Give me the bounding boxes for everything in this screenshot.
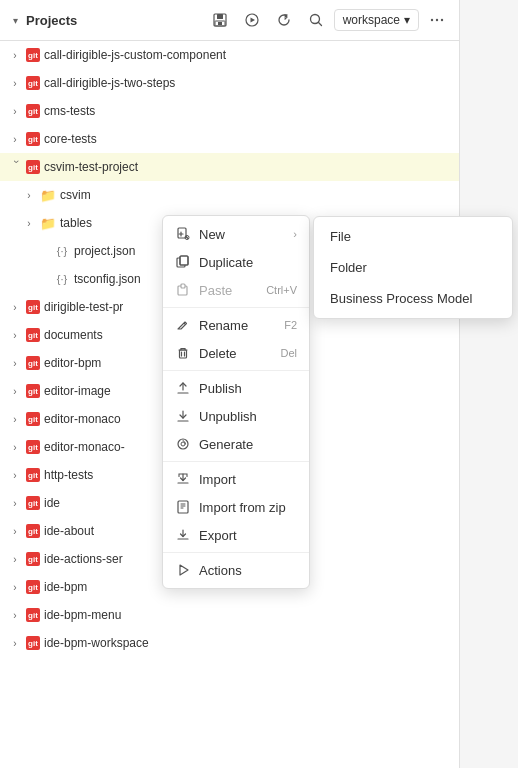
svg-point-10 [441, 19, 443, 21]
tree-item[interactable]: › git cms-tests [0, 97, 459, 125]
chevron-right-icon: › [8, 552, 22, 566]
submenu-item-label: Business Process Model [330, 291, 472, 306]
search-icon [308, 12, 324, 28]
menu-divider [163, 461, 309, 462]
play-icon [244, 12, 260, 28]
chevron-right-icon: › [22, 216, 36, 230]
git-icon: git [26, 48, 40, 62]
item-label: dirigible-test-pr [44, 300, 123, 314]
save-button[interactable] [206, 6, 234, 34]
submenu: File Folder Business Process Model [313, 216, 513, 319]
workspace-label: workspace [343, 13, 400, 27]
chevron-right-icon: › [8, 580, 22, 594]
menu-item-actions[interactable]: Actions [163, 556, 309, 584]
menu-item-paste[interactable]: Paste Ctrl+V [163, 276, 309, 304]
chevron-right-icon: › [8, 132, 22, 146]
tree-item[interactable]: › git core-tests [0, 125, 459, 153]
shortcut-label: F2 [284, 319, 297, 331]
menu-item-import-zip[interactable]: Import from zip [163, 493, 309, 521]
panel-header: ▾ Projects [0, 0, 459, 41]
git-icon: git [26, 580, 40, 594]
import-icon [175, 471, 191, 487]
tree-item[interactable]: › git call-dirigible-js-custom-component [0, 41, 459, 69]
menu-item-duplicate[interactable]: Duplicate [163, 248, 309, 276]
duplicate-icon [175, 254, 191, 270]
git-icon: git [26, 468, 40, 482]
menu-item-delete[interactable]: Delete Del [163, 339, 309, 367]
item-label: tsconfig.json [74, 272, 141, 286]
chevron-right-icon: › [8, 412, 22, 426]
item-label: project.json [74, 244, 135, 258]
export-icon [175, 527, 191, 543]
menu-item-import[interactable]: Import [163, 465, 309, 493]
import-zip-icon [175, 499, 191, 515]
chevron-right-icon: › [8, 524, 22, 538]
svg-point-8 [431, 19, 433, 21]
chevron-right-icon: › [8, 636, 22, 650]
menu-item-publish[interactable]: Publish [163, 374, 309, 402]
menu-item-label: Generate [199, 437, 297, 452]
item-label: tables [60, 216, 92, 230]
menu-item-label: Actions [199, 563, 297, 578]
svg-rect-19 [181, 284, 185, 288]
git-icon: git [26, 412, 40, 426]
search-button[interactable] [302, 6, 330, 34]
menu-item-export[interactable]: Export [163, 521, 309, 549]
chevron-right-icon: › [8, 384, 22, 398]
menu-item-label: Export [199, 528, 297, 543]
json-icon: {·} [54, 243, 70, 259]
git-icon: git [26, 384, 40, 398]
menu-item-rename[interactable]: Rename F2 [163, 311, 309, 339]
run-button[interactable] [238, 6, 266, 34]
shortcut-label: Ctrl+V [266, 284, 297, 296]
publish-icon [175, 380, 191, 396]
unpublish-icon [175, 408, 191, 424]
context-menu: New › File Folder Business Process Model… [162, 215, 310, 589]
git-icon: git [26, 496, 40, 510]
folder-icon: 📁 [40, 215, 56, 231]
git-icon: git [26, 328, 40, 342]
git-icon: git [26, 160, 40, 174]
item-label: documents [44, 328, 103, 342]
git-icon: git [26, 608, 40, 622]
svg-rect-3 [218, 22, 222, 25]
item-label: editor-bpm [44, 356, 101, 370]
submenu-item-folder[interactable]: Folder [314, 252, 512, 283]
menu-item-label: Rename [199, 318, 276, 333]
menu-item-unpublish[interactable]: Unpublish [163, 402, 309, 430]
item-label: ide [44, 496, 60, 510]
git-icon: git [26, 132, 40, 146]
git-icon: git [26, 552, 40, 566]
submenu-item-file[interactable]: File [314, 221, 512, 252]
workspace-chevron: ▾ [404, 13, 410, 27]
chevron-down-icon: › [8, 160, 22, 174]
tree-item[interactable]: › git call-dirigible-js-two-steps [0, 69, 459, 97]
item-label: csvim-test-project [44, 160, 138, 174]
menu-item-label: Duplicate [199, 255, 297, 270]
item-label: core-tests [44, 132, 97, 146]
svg-line-20 [184, 323, 186, 325]
refresh-button[interactable] [270, 6, 298, 34]
tree-item[interactable]: › 📁 csvim [0, 181, 459, 209]
menu-item-generate[interactable]: Generate [163, 430, 309, 458]
chevron-right-icon: › [8, 468, 22, 482]
submenu-item-bpm[interactable]: Business Process Model [314, 283, 512, 314]
svg-rect-27 [178, 501, 188, 513]
item-label: csvim [60, 188, 91, 202]
menu-item-label: Delete [199, 346, 272, 361]
workspace-selector[interactable]: workspace ▾ [334, 9, 419, 31]
menu-item-new[interactable]: New › File Folder Business Process Model [163, 220, 309, 248]
svg-rect-1 [217, 14, 223, 19]
more-button[interactable] [423, 6, 451, 34]
submenu-item-label: Folder [330, 260, 367, 275]
menu-item-label: Import [199, 472, 297, 487]
tree-item[interactable]: › git ide-bpm-workspace [0, 629, 459, 657]
chevron-right-icon: › [8, 48, 22, 62]
tree-item-csvim-test-project[interactable]: › git csvim-test-project [0, 153, 459, 181]
git-icon: git [26, 356, 40, 370]
chevron-right-icon: › [8, 300, 22, 314]
collapse-chevron[interactable]: ▾ [8, 13, 22, 27]
tree-item[interactable]: › git ide-bpm-menu [0, 601, 459, 629]
refresh-icon [276, 12, 292, 28]
menu-divider [163, 370, 309, 371]
